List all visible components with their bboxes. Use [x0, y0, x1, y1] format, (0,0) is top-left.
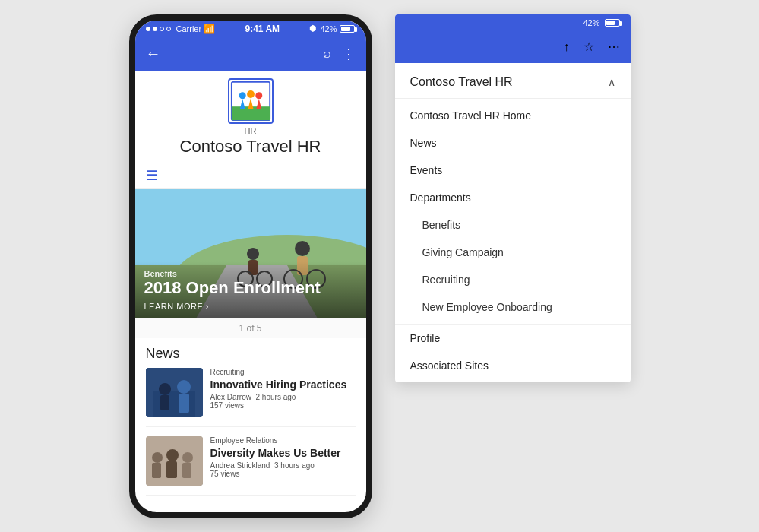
news-section: News Recr	[135, 338, 366, 512]
menu-item-new-employee[interactable]: New Employee Onboarding	[395, 293, 631, 321]
signal-dot-3	[160, 27, 164, 31]
signal-dot-2	[153, 27, 157, 31]
time-display: 9:41 AM	[245, 24, 280, 34]
news-author-1: Alex Darrow	[210, 393, 251, 401]
svg-point-13	[295, 241, 310, 256]
header-icons: ⌕ ⋮	[323, 46, 356, 62]
dropdown-header-right: 42%	[583, 18, 619, 27]
news-views-1: 157 views	[210, 401, 244, 410]
svg-point-3	[239, 92, 245, 99]
news-category-1: Recruiting	[210, 368, 356, 376]
svg-point-25	[166, 449, 179, 461]
dropdown-title-row: Contoso Travel HR ∧	[395, 63, 631, 99]
dropdown-menu: Contoso Travel HR Home News Events Depar…	[395, 99, 631, 382]
phone-device: Carrier 📶 9:41 AM ⬢ 42% ← ⌕ ⋮	[129, 14, 372, 518]
hero-overlay: Benefits 2018 Open Enrollment LEARN MORE…	[135, 261, 366, 318]
news-meta-1: Alex Darrow 2 hours ago 157 views	[210, 393, 356, 410]
menu-item-giving-campaign[interactable]: Giving Campaign	[395, 239, 631, 266]
dropdown-battery-fill	[606, 21, 615, 25]
more-icon[interactable]: ⋮	[342, 46, 356, 62]
news-thumb-2	[146, 436, 203, 486]
bluetooth-icon: ⬢	[309, 24, 317, 33]
menu-item-recruiting[interactable]: Recruiting	[395, 266, 631, 293]
news-thumb-1	[146, 368, 203, 417]
svg-point-5	[255, 92, 262, 99]
news-time-2: 3 hours ago	[274, 461, 315, 470]
dropdown-site-title: Contoso Travel HR	[410, 75, 513, 89]
dropdown-bottom-section: Profile Associated Sites	[395, 324, 631, 379]
hero-category: Benefits	[144, 269, 357, 278]
svg-rect-20	[160, 395, 169, 410]
phone-nav-bar: ☰	[135, 163, 366, 189]
svg-point-19	[159, 383, 171, 395]
status-left: Carrier 📶	[146, 24, 216, 34]
pagination: 1 of 5	[135, 318, 366, 338]
logo-svg	[230, 81, 271, 122]
svg-point-9	[247, 248, 259, 260]
dropdown-status-bar: 42%	[395, 14, 631, 31]
status-right: ⬢ 42%	[309, 24, 355, 33]
hero-title: 2018 Open Enrollment	[144, 278, 357, 298]
search-icon[interactable]: ⌕	[323, 46, 331, 62]
site-header: HR Contoso Travel HR	[135, 71, 366, 163]
svg-point-24	[152, 452, 163, 463]
hero-section: Benefits 2018 Open Enrollment LEARN MORE…	[135, 189, 366, 318]
battery-fill	[341, 27, 350, 31]
svg-rect-28	[166, 461, 177, 478]
svg-rect-29	[182, 463, 191, 478]
status-bar: Carrier 📶 9:41 AM ⬢ 42%	[135, 21, 366, 37]
dropdown-share-icon[interactable]: ↑	[564, 40, 570, 54]
news-content-2: Employee Relations Diversity Makes Us Be…	[210, 436, 356, 486]
menu-item-departments[interactable]: Departments	[395, 184, 631, 211]
news-item-2[interactable]: Employee Relations Diversity Makes Us Be…	[146, 436, 356, 496]
svg-rect-27	[152, 463, 161, 478]
menu-item-news[interactable]: News	[395, 129, 631, 157]
svg-rect-22	[179, 394, 189, 413]
news-title-2: Diversity Makes Us Better	[210, 446, 356, 460]
svg-point-21	[177, 380, 191, 394]
dropdown-panel: 42% ↑ ☆ ⋯ Contoso Travel HR ∧ Contoso Tr…	[395, 14, 631, 382]
hamburger-icon[interactable]: ☰	[146, 168, 158, 183]
menu-item-profile[interactable]: Profile	[395, 325, 631, 352]
scene: Carrier 📶 9:41 AM ⬢ 42% ← ⌕ ⋮	[114, 0, 646, 532]
news-meta-2: Andrea Strickland 3 hours ago 75 views	[210, 461, 356, 478]
news-time-1: 2 hours ago	[256, 393, 296, 401]
news-author-2: Andrea Strickland	[210, 461, 270, 470]
chevron-up-icon[interactable]: ∧	[608, 76, 615, 88]
dropdown-battery-percent: 42%	[583, 18, 599, 27]
news-image-2	[146, 436, 203, 486]
news-item-1[interactable]: Recruiting Innovative Hiring Practices A…	[146, 368, 356, 427]
news-image-1	[146, 368, 203, 417]
site-logo	[228, 78, 274, 124]
carrier-label: Carrier	[176, 24, 202, 33]
menu-item-home[interactable]: Contoso Travel HR Home	[395, 102, 631, 129]
learn-more-button[interactable]: LEARN MORE ›	[144, 302, 357, 311]
news-content-1: Recruiting Innovative Hiring Practices A…	[210, 368, 356, 417]
signal-dot-4	[166, 27, 171, 31]
news-heading: News	[146, 346, 356, 362]
news-title-1: Innovative Hiring Practices	[210, 378, 356, 391]
menu-item-events[interactable]: Events	[395, 157, 631, 184]
site-label: HR	[245, 126, 257, 135]
site-title: Contoso Travel HR	[180, 137, 321, 157]
wifi-icon: 📶	[204, 24, 215, 34]
svg-point-4	[247, 90, 255, 98]
dropdown-battery-icon	[605, 19, 620, 27]
news-views-2: 75 views	[210, 470, 240, 478]
app-header: ← ⌕ ⋮	[135, 37, 366, 71]
svg-point-26	[182, 452, 193, 463]
battery-icon	[340, 25, 355, 33]
battery-percent: 42%	[320, 24, 337, 33]
dropdown-nav-bar: ↑ ☆ ⋯	[395, 31, 631, 63]
signal-dot-1	[146, 27, 150, 31]
menu-item-benefits[interactable]: Benefits	[395, 211, 631, 239]
news-category-2: Employee Relations	[210, 436, 356, 445]
dropdown-star-icon[interactable]: ☆	[583, 40, 594, 54]
menu-item-associated-sites[interactable]: Associated Sites	[395, 352, 631, 379]
dropdown-more-icon[interactable]: ⋯	[608, 40, 620, 54]
back-button[interactable]: ←	[146, 45, 161, 62]
